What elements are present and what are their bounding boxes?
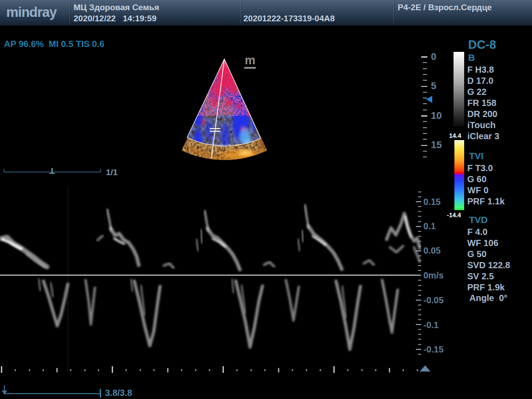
sweep-end-marker [100,389,101,398]
bmode-param: iClear 3 [467,131,499,141]
exam-id: 20201222-173319-04A8 [243,14,335,23]
velocity-axis-label: -0.05 [423,295,444,305]
datetime: 2020/12/22 14:19:59 [74,14,156,23]
bmode-param: iTouch [467,120,496,130]
baseline-shift-arrow[interactable] [420,365,430,372]
bmode-param: FR 158 [467,98,497,108]
velocity-axis-label: 0m/s [423,270,444,281]
header-divider [70,1,70,24]
tvd-param: Angle 0° [467,293,508,303]
tvd-param: PRF 1.9k [467,282,505,293]
bmode-param: D 17.0 [467,76,493,86]
cine-frame-count: 1/1 [106,168,117,177]
header-divider [394,1,394,24]
tvd-param: G 50 [467,249,486,259]
bmode-param: DR 200 [467,109,497,119]
spectral-baseline [0,275,420,276]
tvi-param: WF 0 [467,185,489,196]
mode-marker: m [244,55,256,69]
time-axis-ticks [1,366,419,373]
tvd-param: WF 106 [467,238,498,248]
velocity-axis-ticks [416,185,421,372]
tvd-param: SV 2.5 [467,271,494,282]
depth-label: 15 [431,139,442,151]
ultrasound-sector-image [151,42,301,171]
tvi-param: PRF 1.1k [467,196,505,207]
velocity-axis-label: -0.15 [423,344,444,355]
focus-position-arrow[interactable] [426,96,432,103]
velocity-axis-label: 0.05 [423,246,441,256]
tvd-param: SVD 122.8 [467,260,510,270]
bmode-param: F H3.8 [467,65,494,75]
velocity-axis-label: 0.15 [423,197,441,207]
ultrasound-screen: mindray МЦ Здоровая Семья 2020/12/22 14:… [0,0,532,399]
sweep-time-readout: 3.8/3.8 [105,388,132,398]
header-divider [241,1,241,24]
bmode-param: G 22 [467,87,486,97]
depth-label: 5 [431,80,436,92]
velocity-axis-label: -0.1 [423,320,438,330]
depth-label: 10 [431,110,442,121]
frame-boundary-line [68,185,68,372]
probe-preset: P4-2E / Взросл.Сердце [398,3,492,12]
probe-model: DC-8 [468,38,496,52]
velocity-scale-max: 14.4 [449,132,461,139]
tvi-param: G 60 [467,174,486,184]
velocity-axis-label: 0.1 [423,221,436,231]
spectral-waveform [1,205,420,349]
depth-label: 0 [431,51,436,63]
bmode-section-title: B [468,52,475,63]
velocity-scale-min: -14.4 [447,211,461,219]
header-bar: mindray МЦ Здоровая Семья 2020/12/22 14:… [0,0,532,26]
color-doppler-scale-bar [454,140,464,210]
tvd-param: F 4.0 [467,227,488,237]
acoustic-output-readout: AP 96.6% MI 0.5 TIS 0.6 [4,39,104,49]
spectral-doppler-trace [0,185,421,377]
sweep-start-marker [2,391,7,395]
tvi-section-title: TVI [469,151,484,161]
tvd-section-title: TVD [469,215,488,225]
clinic-name: МЦ Здоровая Семья [74,3,159,12]
tvi-param: F T3.0 [467,163,493,173]
depth-ruler [421,56,428,161]
grayscale-bar [454,52,464,126]
brand-logo: mindray [6,4,57,20]
